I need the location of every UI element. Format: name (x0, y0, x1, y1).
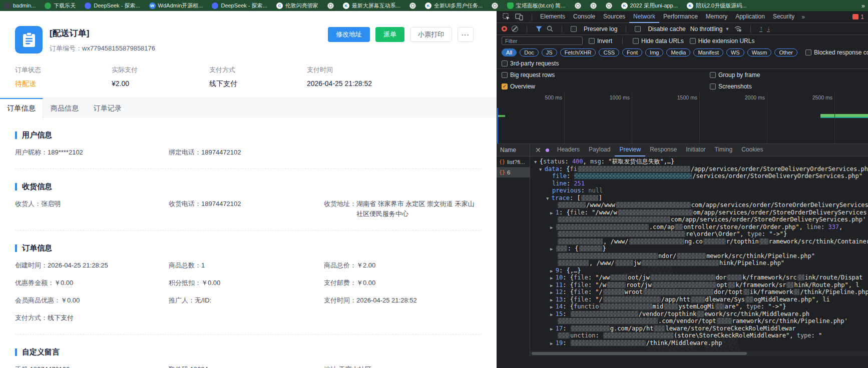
bookmark-item[interactable]: 宝塔面板(bt.cn) 简... (507, 2, 565, 10)
preview-line[interactable]: , /www/jwhink/Pipeline.php" (530, 260, 868, 267)
preview-line[interactable]: ▶ 17: g.com/app/htleware/store/StoreCkec… (530, 325, 868, 332)
bookmark-item[interactable]: 下载乐天 (45, 2, 76, 10)
filter-chip-js[interactable]: JS (542, 48, 557, 56)
preview-line[interactable]: ▶ 12: {file: "/wrootdor/toptik/framework… (530, 288, 868, 296)
error-badge[interactable]: 1 (852, 14, 864, 20)
bookmark-item[interactable]: 全新UI多用户任务... (425, 2, 483, 10)
detail-tab-response[interactable]: Response (645, 144, 681, 156)
filter-funnel-icon[interactable] (536, 26, 542, 32)
filter-chip-doc[interactable]: Doc (520, 48, 539, 56)
overview-checkbox[interactable] (502, 84, 508, 90)
devtools-tab-sources[interactable]: Sources (599, 11, 629, 23)
devtools-tab-performance[interactable]: Performance (659, 11, 702, 23)
preview-line[interactable]: , /www/ng.cor/topthinramework/src/think/… (530, 238, 868, 246)
tab-商品信息[interactable]: 商品信息 (43, 98, 86, 118)
dispatch-button[interactable]: 派单 (375, 27, 404, 42)
devtools-tab-network[interactable]: Network (629, 11, 659, 23)
receipt-print-button[interactable]: 小票打印 (410, 27, 452, 42)
detail-tab-timing[interactable]: Timing (710, 144, 737, 156)
filter-chip-other[interactable]: Other (774, 48, 797, 56)
detail-tab-initiator[interactable]: Initiator (681, 144, 710, 156)
bookmark-item[interactable]: 最新大屏幕互动系... (343, 2, 400, 10)
bookmark-item[interactable] (327, 2, 334, 9)
devtools-tab-memory[interactable]: Memory (702, 11, 731, 23)
horizontal-scrollbar[interactable] (530, 351, 868, 356)
request-row[interactable]: {}6 (497, 167, 530, 178)
bookmark-item[interactable]: badmin... (4, 2, 36, 9)
edit-address-button[interactable]: 修改地址 (328, 27, 370, 42)
preview-line[interactable]: ▶ 13: {file: "//app/httdleware/SysogMidd… (530, 296, 868, 304)
filter-chip-img[interactable]: Img (645, 48, 663, 56)
preview-line[interactable]: ▶ 11: {file: "/wroot/jwoptk/framework/sr… (530, 282, 868, 289)
export-har-icon[interactable]: ↓ (767, 26, 770, 32)
clear-network-log-button[interactable] (512, 26, 518, 32)
disable-cache-checkbox[interactable] (635, 26, 641, 32)
screenshots-checkbox[interactable] (710, 84, 716, 90)
network-conditions-icon[interactable] (734, 26, 742, 32)
preview-line[interactable]: ▼ {status: 400, msg: "获取发货信息失败",…} (530, 158, 868, 166)
preview-line[interactable]: ▶ 9: {,…} (530, 267, 868, 274)
preserve-log-checkbox[interactable] (571, 26, 577, 32)
preview-line[interactable]: re\order\Order", type: "->"} (530, 230, 868, 238)
detail-tab-preview[interactable]: Preview (615, 144, 645, 156)
bookmark-item[interactable]: 2022 采用uni-app... (621, 2, 678, 10)
request-row[interactable]: {}list?fi... (497, 156, 530, 167)
network-overview-timeline[interactable]: 500 ms1000 ms1500 ms2000 ms2500 ms (497, 92, 868, 144)
preview-line[interactable]: ▶ 19: /think/Middleware.php (530, 340, 868, 347)
preview-line[interactable]: ▶ .com/apontroller/store/order/Order.php… (530, 224, 868, 231)
filter-chip-media[interactable]: Media (666, 48, 690, 56)
hide-data-urls-checkbox[interactable] (633, 38, 639, 44)
blocked-response-cookies-checkbox[interactable] (805, 50, 811, 56)
bookmark-item[interactable] (590, 2, 597, 9)
filter-input[interactable] (502, 36, 583, 45)
preview-line[interactable]: ▼ trace: [] (530, 194, 868, 202)
bookmark-item[interactable]: WdAdmin开源框... (149, 2, 203, 10)
devtools-tab-application[interactable]: Application (731, 11, 769, 23)
preview-line[interactable]: ▶ 14: {functiomidystemLogMiare", type: "… (530, 303, 868, 310)
more-actions-button[interactable]: ··· (458, 27, 474, 42)
preview-line[interactable]: ndor/mework/src/think/Pipeline.php" (530, 252, 868, 260)
filter-chip-manifest[interactable]: Manifest (693, 48, 723, 56)
preview-line[interactable]: /www/wwwcom/app/services/order/StoreOrde… (530, 202, 868, 209)
devtools-tab-console[interactable]: Console (569, 11, 599, 23)
search-icon[interactable] (547, 26, 553, 32)
record-network-log-button[interactable] (502, 26, 507, 32)
more-tabs-chevron[interactable]: » (801, 14, 805, 20)
preview-line[interactable]: line: 251 (530, 180, 868, 188)
bookmarks-overflow-chevron[interactable]: » (861, 2, 865, 10)
import-har-icon[interactable]: ↑ (759, 26, 762, 32)
detail-tab-cookies[interactable]: Cookies (737, 144, 767, 156)
inspect-element-icon[interactable] (502, 13, 511, 21)
preview-line[interactable]: com/app/services/order/StoreOrderDeliver… (530, 216, 868, 224)
preview-line[interactable]: file: /services/order/StoreDeliveryOrder… (530, 172, 868, 180)
bookmark-item[interactable]: DeepSeek - 探索... (85, 2, 140, 10)
bookmark-item[interactable]: 陪玩2.0升级版源码... (687, 2, 746, 10)
name-column-header[interactable]: Name (497, 144, 530, 156)
bookmark-item[interactable] (409, 2, 416, 9)
group-by-frame-checkbox[interactable] (710, 72, 716, 78)
detail-tab-headers[interactable]: Headers (553, 144, 584, 156)
bookmark-item[interactable] (575, 2, 581, 9)
devtools-tab-elements[interactable]: Elements (536, 11, 569, 23)
tab-订单信息[interactable]: 订单信息 (0, 98, 43, 118)
bookmark-item[interactable]: 伦敦闪亮管家 (276, 2, 318, 10)
toggle-device-toolbar-icon[interactable] (515, 13, 524, 21)
scrollbar-thumb[interactable] (532, 352, 747, 355)
filter-chip-wasm[interactable]: Wasm (747, 48, 772, 56)
bookmark-item[interactable] (606, 2, 612, 9)
preview-line[interactable]: .com/vendor/toptramework/src/think/Pipel… (530, 318, 868, 325)
filter-chip-css[interactable]: CSS (599, 48, 619, 56)
throttling-select[interactable]: No throttling▼ (690, 26, 730, 32)
preview-line[interactable]: previous: null (530, 187, 868, 194)
detail-tab-payload[interactable]: Payload (584, 144, 615, 156)
filter-chip-fetchxhr[interactable]: Fetch/XHR (560, 48, 596, 56)
preview-line[interactable]: ▶ 10: {file: "/wwoot/jwdork/framework/sr… (530, 274, 868, 282)
bookmark-item[interactable] (492, 2, 498, 9)
filter-chip-all[interactable]: All (502, 48, 517, 56)
filter-chip-ws[interactable]: WS (726, 48, 744, 56)
devtools-tab-security[interactable]: Security (769, 11, 798, 23)
preview-line[interactable]: ▶ 15: /vendor/topthinkework/src/think/Mi… (530, 310, 868, 318)
invert-checkbox[interactable] (589, 38, 595, 44)
filter-chip-font[interactable]: Font (622, 48, 642, 56)
preview-line[interactable]: ▶ : {} (530, 245, 868, 252)
